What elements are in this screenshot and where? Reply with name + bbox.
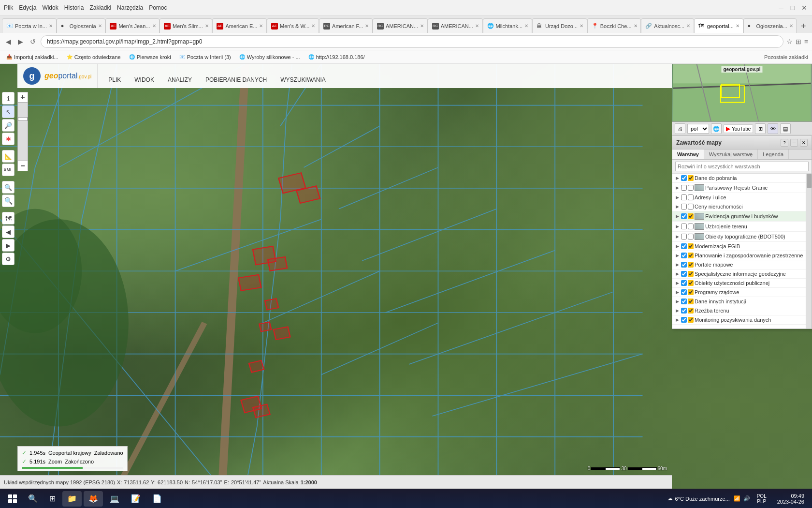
layer-expand-dane[interactable]: ▶ [674, 175, 680, 181]
layer-vis-plan[interactable] [688, 253, 694, 258]
taskbar-firefox-button[interactable]: 🦊 [84, 491, 103, 507]
layer-item-monitor[interactable]: ▶ Monitoring pozyskiwania danych [672, 315, 812, 325]
tab-ogloszenia1[interactable]: ● Ogłoszenia ✕ [57, 18, 106, 33]
measure-tool-button[interactable]: 📐 [2, 150, 14, 163]
layer-vis-egib[interactable] [688, 213, 694, 219]
layer-expand-prg[interactable]: ▶ [674, 185, 680, 191]
menu-edycja[interactable]: Edycja [19, 4, 36, 11]
tab-mensslim[interactable]: AE Men's Slim... ✕ [160, 18, 212, 33]
layer-cb-inst[interactable] [681, 299, 687, 304]
taskbar-pc-button[interactable]: 💻 [105, 491, 124, 507]
tab-boczki[interactable]: 📍 Boczki Che... ✕ [587, 18, 641, 33]
tab-geoportal[interactable]: 🗺 geoportal... ✕ [694, 18, 743, 33]
start-button[interactable] [4, 490, 21, 508]
layer-vis-uzbr[interactable] [688, 224, 694, 229]
zoom-track[interactable] [17, 103, 28, 161]
bookmark-pierwsze[interactable]: 🌐 Pierwsze kroki [127, 53, 173, 61]
tab-poczta[interactable]: 📧 Poczta w In... ✕ [2, 18, 57, 33]
zoom-plus-button[interactable]: + [17, 92, 28, 103]
minimize-button[interactable]: ─ [777, 4, 785, 12]
tab-close-aktual[interactable]: ✕ [686, 23, 690, 29]
bookmark-importuj[interactable]: 📥 Importuj zakładki... [4, 53, 60, 61]
browser-menu-button[interactable]: ≡ [804, 38, 808, 45]
layer-expand-spec[interactable]: ▶ [674, 271, 680, 277]
tab-ogl2[interactable]: ● Ogłoszenia... ✕ [743, 18, 797, 33]
layer-item-modegib[interactable]: ▶ Modernizacja EGiB [672, 242, 812, 251]
bookmarks-overflow-button[interactable]: Pozostałe zakładki [764, 54, 808, 60]
layer-cb-spec[interactable] [681, 271, 687, 277]
layer-expand-egib[interactable]: ▶ [674, 213, 680, 219]
layer-cb-prog[interactable] [681, 289, 687, 295]
layer-cb-egib[interactable] [681, 213, 687, 219]
tab-urzad[interactable]: 🏛 Urząd Dozo... ✕ [532, 18, 587, 33]
tab-close-mensj[interactable]: ✕ [152, 23, 156, 29]
layer-item-uzbr[interactable]: ▶ Uzbrojenie terenu [672, 222, 812, 232]
layer-item-ceny[interactable]: ▶ Ceny nieruchomości [672, 202, 812, 211]
tab-american1[interactable]: RC AMERICAN... ✕ [373, 18, 428, 33]
eye-button[interactable]: 👁 [768, 123, 778, 134]
nav-wyszukiwania[interactable]: WYSZUKIWANIA [274, 73, 333, 88]
layer-vis-portal[interactable] [688, 262, 694, 268]
layer-item-dane[interactable]: ▶ Dane do pobrania [672, 174, 812, 183]
view-button2[interactable]: ▤ [780, 123, 791, 134]
panel-help-button[interactable]: ? [781, 139, 788, 147]
layer-cb-plan[interactable] [681, 253, 687, 258]
layer-item-rzezba[interactable]: ▶ Rzeźba terenu [672, 306, 812, 315]
panel-tab-wyszukaj[interactable]: Wyszukaj warstwę [704, 149, 758, 159]
info-tool-button[interactable]: ℹ [2, 92, 14, 105]
tab-mensw[interactable]: AE Men's & W... ✕ [267, 18, 319, 33]
layer-vis-prog[interactable] [688, 289, 694, 295]
print-button[interactable]: 🖨 [675, 123, 685, 134]
layer-item-plan[interactable]: ▶ Planowanie i zagospodarowanie przestrz… [672, 251, 812, 260]
layer-vis-dane[interactable] [688, 175, 694, 181]
select-tool-button[interactable]: ↖ [2, 105, 14, 118]
minimap[interactable]: geoportal.gov.pl [672, 64, 812, 122]
layer-expand-adresy[interactable]: ▶ [674, 194, 680, 200]
nav-analizy[interactable]: ANALIZY [161, 73, 199, 88]
close-button[interactable]: ✕ [800, 4, 808, 12]
nav-plik[interactable]: PLIK [102, 73, 128, 88]
address-input[interactable] [41, 35, 783, 48]
bookmark-star-button[interactable]: ☆ [786, 38, 793, 45]
tab-close-mensslim[interactable]: ✕ [205, 23, 209, 29]
tab-close-americe[interactable]: ✕ [259, 23, 263, 29]
map-area[interactable]: g geoportal.gov.pl PLIK WIDOK ANALIZY PO… [0, 64, 812, 489]
tab-mensj[interactable]: AE Men's Jean... ✕ [105, 18, 160, 33]
bookmark-czesto[interactable]: ⭐ Często odwiedzane [64, 53, 123, 61]
layer-cb-obiekty[interactable] [681, 280, 687, 286]
menu-widok[interactable]: Widok [42, 4, 58, 11]
layer-cb-rzezba[interactable] [681, 308, 687, 314]
layer-item-portal[interactable]: ▶ Portale mapowe [672, 260, 812, 269]
menu-plik[interactable]: Plik [4, 4, 13, 11]
layer-item-inst[interactable]: ▶ Dane innych instytucji [672, 297, 812, 306]
tab-close-geo[interactable]: ✕ [736, 23, 740, 29]
taskbar-explorer-button[interactable]: 📁 [62, 491, 82, 507]
layer-vis-monitor[interactable] [688, 317, 694, 323]
zoom-in-tool-button[interactable]: 🔍 [2, 181, 14, 194]
layer-list-scrollbar[interactable] [806, 174, 812, 329]
tab-americe[interactable]: AE American E... ✕ [212, 18, 267, 33]
layer-expand-bdot[interactable]: ▶ [674, 234, 680, 239]
language-select[interactable]: pol eng [687, 124, 709, 134]
menu-zakladki[interactable]: Zakładki [89, 4, 111, 11]
network-icon[interactable]: 📶 [734, 495, 740, 502]
layer-vis-rzezba[interactable] [688, 308, 694, 314]
tab-american2[interactable]: RC AMERICAN... ✕ [428, 18, 483, 33]
layer-search-input[interactable] [675, 162, 809, 171]
youtube-badge[interactable]: ▶ YouTube [724, 124, 753, 133]
pan-right-button[interactable]: ▶ [2, 239, 14, 252]
layer-expand-monitor[interactable]: ▶ [674, 317, 680, 323]
bookmark-poczta[interactable]: 📧 Poczta w Interii (3) [177, 53, 233, 61]
layer-item-adresy[interactable]: ▶ Adresy i ulice [672, 193, 812, 202]
draw-tool-button[interactable]: ✱ [2, 133, 14, 145]
panel-tab-warstwy[interactable]: Warstwy [672, 149, 704, 159]
zoom-out-tool-button[interactable]: 🔍 [2, 194, 14, 207]
layer-cb-portal[interactable] [681, 262, 687, 268]
bookmark-wyroby[interactable]: 🌐 Wyroby silikonowe - ... [237, 53, 302, 61]
tab-close-am2[interactable]: ✕ [475, 23, 479, 29]
tab-close-poczta[interactable]: ✕ [49, 23, 53, 29]
layer-item-spec[interactable]: ▶ Specjalistyczne informacje geodezyjne [672, 269, 812, 279]
new-tab-button[interactable]: + [797, 19, 810, 33]
layer-vis-ceny[interactable] [688, 204, 694, 209]
nav-pobieranie[interactable]: POBIERANIE DANYCH [199, 73, 274, 88]
